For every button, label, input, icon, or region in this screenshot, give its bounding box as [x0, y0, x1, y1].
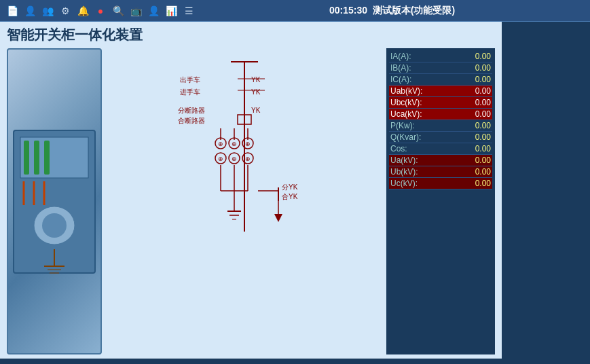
toolbar-title: 00:15:30 测试版本(功能受限)	[200, 5, 585, 17]
svg-rect-1	[20, 137, 88, 178]
data-label-3: Uab(kV):	[390, 86, 441, 96]
data-value-2: 0.00	[441, 75, 491, 84]
toolbar-icon-users[interactable]: 👥	[41, 4, 54, 18]
svg-text:⊕: ⊕	[245, 156, 251, 162]
data-row-5: Uca(kV): 0.00	[389, 109, 492, 120]
data-row-6: P(Kw): 0.00	[389, 120, 492, 132]
svg-text:出手车: 出手车	[180, 76, 200, 84]
diagram-body: 出手车 YK 进手车 YK 分断路器 YK 合断	[7, 48, 495, 354]
diagram-area: 智能开关柜一体化装置	[0, 22, 502, 359]
svg-text:合YK: 合YK	[282, 193, 298, 200]
data-value-9: 0.00	[441, 156, 491, 165]
toolbar-icon-user[interactable]: 👤	[23, 4, 37, 18]
data-value-8: 0.00	[441, 144, 491, 153]
toolbar-icon-chart[interactable]: 📊	[164, 4, 178, 18]
main-container: 智能开关柜一体化装置	[0, 22, 590, 364]
toolbar-icon-red[interactable]: ●	[94, 4, 107, 18]
svg-text:⊕: ⊕	[218, 156, 223, 162]
toolbar-icon-profile[interactable]: 👤	[147, 4, 160, 18]
diagram-title: 智能开关柜一体化装置	[7, 26, 495, 44]
svg-text:YK: YK	[251, 76, 261, 84]
data-row-7: Q(Kvar): 0.00	[389, 132, 492, 143]
data-label-2: IC(A):	[390, 75, 441, 84]
data-row-4: Ubc(kV): 0.00	[389, 97, 492, 109]
schematic: 出手车 YK 进手车 YK 分断路器 YK 合断	[107, 48, 381, 354]
data-value-6: 0.00	[441, 121, 491, 130]
svg-text:分YK: 分YK	[282, 183, 298, 191]
data-row-1: IB(A): 0.00	[389, 62, 492, 74]
data-row-2: IC(A): 0.00	[389, 74, 492, 86]
svg-point-6	[42, 213, 67, 238]
svg-text:⊕: ⊕	[218, 141, 223, 147]
data-value-0: 0.00	[441, 52, 491, 61]
toolbar-icon-settings[interactable]: ⚙	[58, 4, 72, 18]
data-row-11: Uc(kV): 0.00	[389, 178, 492, 189]
bottom-area	[0, 359, 502, 364]
data-value-10: 0.00	[441, 167, 491, 177]
data-row-0: IA(A): 0.00	[389, 51, 492, 62]
svg-text:⊕: ⊕	[245, 141, 251, 147]
data-label-11: Uc(kV):	[390, 179, 441, 188]
data-row-8: Cos: 0.00	[389, 143, 492, 155]
svg-text:合断路器: 合断路器	[178, 117, 205, 124]
svg-rect-2	[24, 141, 29, 175]
data-label-1: IB(A):	[390, 63, 441, 73]
svg-text:进手车: 进手车	[180, 88, 200, 96]
right-panel	[502, 22, 590, 364]
svg-text:分断路器: 分断路器	[178, 107, 205, 114]
svg-text:⊕: ⊕	[232, 156, 237, 162]
data-value-7: 0.00	[441, 132, 491, 142]
toolbar-icon-search[interactable]: 🔍	[111, 4, 125, 18]
toolbar-icon-alert[interactable]: 🔔	[76, 4, 90, 18]
data-row-3: Uab(kV): 0.00	[389, 86, 492, 97]
data-label-10: Ub(kV):	[390, 167, 441, 177]
svg-text:YK: YK	[251, 88, 261, 96]
data-value-5: 0.00	[441, 109, 491, 119]
data-label-8: Cos:	[390, 144, 441, 153]
data-value-3: 0.00	[441, 86, 491, 96]
device-image	[7, 48, 102, 354]
toolbar: 📄 👤 👥 ⚙ 🔔 ● 🔍 📺 👤 📊 ☰ 00:15:30 测试版本(功能受限…	[0, 0, 590, 22]
toolbar-icon-menu[interactable]: ☰	[182, 4, 196, 18]
data-label-0: IA(A):	[390, 52, 441, 61]
toolbar-icon-monitor[interactable]: 📺	[129, 4, 143, 18]
data-label-5: Uca(kV):	[390, 109, 441, 119]
data-value-1: 0.00	[441, 63, 491, 73]
svg-text:YK: YK	[251, 107, 261, 114]
data-label-9: Ua(kV):	[390, 156, 441, 165]
svg-text:⊕: ⊕	[232, 141, 237, 147]
data-value-11: 0.00	[441, 179, 491, 188]
data-label-4: Ubc(kV):	[390, 98, 441, 107]
toolbar-icon-file[interactable]: 📄	[5, 4, 19, 18]
data-row-9: Ua(kV): 0.00	[389, 155, 492, 166]
data-label-7: Q(Kvar):	[390, 132, 441, 142]
data-row-10: Ub(kV): 0.00	[389, 166, 492, 178]
svg-rect-4	[44, 141, 50, 175]
data-label-6: P(Kw):	[390, 121, 441, 130]
data-value-4: 0.00	[441, 98, 491, 107]
svg-rect-3	[34, 141, 39, 175]
data-panel: IA(A): 0.00 IB(A): 0.00 IC(A): 0.00 Uab(…	[386, 48, 495, 354]
